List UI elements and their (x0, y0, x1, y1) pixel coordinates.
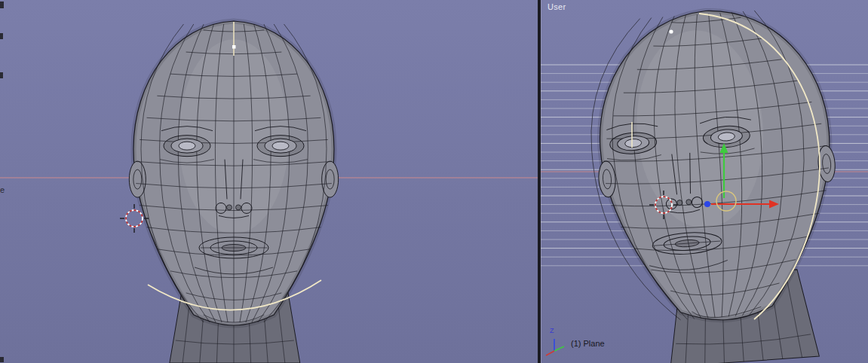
selected-vertex[interactable] (232, 45, 236, 49)
mini-axis-z-label: Z (550, 327, 554, 334)
mini-axis-x (546, 351, 554, 355)
head-mesh[interactable] (129, 21, 338, 363)
mini-axis-widget (546, 339, 564, 355)
object-info-label: (1) Plane (571, 339, 605, 348)
gizmo-y-handle[interactable] (704, 201, 710, 207)
viewport-front[interactable] (0, 0, 538, 363)
3d-scene-front[interactable] (0, 0, 538, 363)
viewport-user[interactable]: User Z (1) Plane (541, 0, 868, 363)
screen-edge-artifact (0, 72, 3, 78)
mini-axis-y (554, 346, 564, 351)
head-mesh[interactable] (582, 3, 848, 363)
blender-window: User Z (1) Plane e (0, 0, 868, 363)
3d-scene-user[interactable] (541, 0, 868, 363)
screen-edge-artifact (0, 2, 4, 8)
screen-edge-artifact (0, 357, 4, 362)
view-name-label: User (547, 2, 566, 11)
screen-edge-text-fragment: e (0, 185, 5, 194)
selected-vertex[interactable] (669, 29, 673, 33)
screen-edge-artifact (0, 33, 3, 39)
